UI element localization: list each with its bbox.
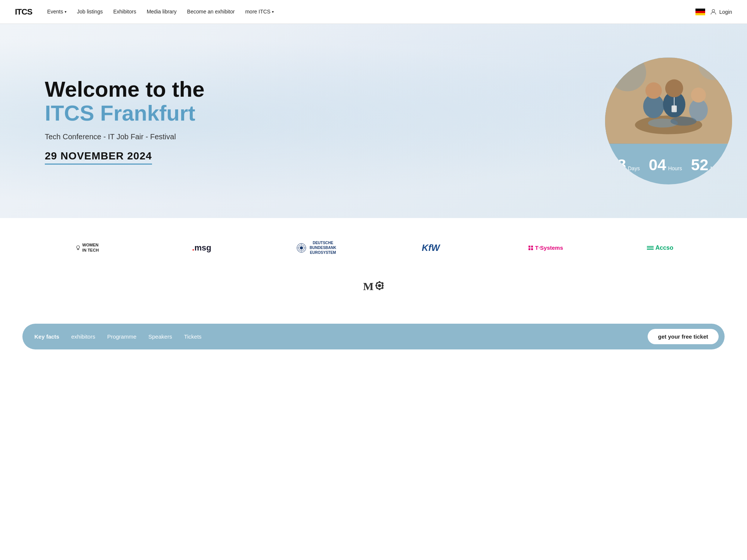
svg-point-18	[77, 246, 80, 249]
logo-kfw[interactable]: KfW	[374, 235, 488, 261]
hero-content: Welcome to the ITCS Frankfurt Tech Confe…	[0, 55, 590, 187]
bottom-nav-exhibitors[interactable]: exhibitors	[71, 333, 95, 340]
site-logo[interactable]: ITCS	[15, 7, 32, 17]
svg-point-9	[665, 80, 683, 97]
nav-job-listings[interactable]: Job listings	[77, 9, 103, 15]
svg-rect-29	[531, 246, 533, 248]
svg-rect-45	[381, 287, 384, 289]
logo-women-in-tech[interactable]: WOMENIN TECH	[30, 235, 145, 260]
svg-rect-2	[695, 13, 705, 15]
user-icon	[710, 8, 717, 16]
navbar: ITCS Events ▾ Job listings Exhibitors Me…	[0, 0, 747, 24]
hero-title-line2: ITCS Frankfurt	[45, 101, 568, 125]
svg-point-3	[712, 9, 715, 12]
women-icon	[75, 245, 81, 251]
svg-rect-33	[647, 248, 654, 248]
bottom-nav-speakers[interactable]: Speakers	[148, 333, 172, 340]
language-flag[interactable]	[695, 9, 705, 15]
bottom-nav-tickets[interactable]: Tickets	[184, 333, 202, 340]
svg-point-11	[691, 88, 706, 103]
event-photo	[605, 57, 732, 144]
hero-title-line1: Welcome to the	[45, 77, 568, 101]
sponsors-section: WOMENIN TECH .msg DEUTSCHEBU	[0, 218, 747, 270]
logo-bundesbank[interactable]: DEUTSCHEBUNDESBANKEUROSYSTEM	[259, 233, 374, 262]
svg-rect-39	[379, 288, 380, 290]
login-button[interactable]: Login	[710, 8, 732, 16]
nav-media-library[interactable]: Media library	[147, 9, 177, 15]
svg-rect-31	[531, 248, 533, 250]
svg-rect-32	[647, 246, 654, 247]
bottom-navigation-bar: Key facts exhibitors Programme Speakers …	[22, 324, 725, 349]
nav-right: Login	[695, 8, 732, 16]
get-free-ticket-button[interactable]: get your free ticket	[648, 329, 719, 344]
countdown-area: 68 Days 04 Hours 52 Minutes	[590, 43, 747, 199]
countdown-days: 68 Days	[605, 156, 644, 174]
accso-icon	[647, 245, 654, 251]
svg-rect-40	[375, 285, 377, 286]
hero-section: Welcome to the ITCS Frankfurt Tech Confe…	[0, 24, 747, 218]
nav-events[interactable]: Events ▾	[47, 9, 66, 15]
svg-text:M: M	[363, 280, 374, 292]
countdown-numbers: 68 Days 04 Hours 52 Minutes	[605, 156, 732, 174]
hero-date: 29 NOVEMBER 2024	[45, 150, 152, 165]
svg-rect-28	[529, 246, 530, 248]
countdown-circle: 68 Days 04 Hours 52 Minutes	[605, 57, 732, 184]
svg-rect-0	[695, 9, 705, 11]
svg-rect-30	[529, 248, 530, 250]
hero-subtitle: Tech Conference - IT Job Fair - Festival	[45, 133, 568, 141]
bottom-nav-links: Key facts exhibitors Programme Speakers …	[34, 333, 202, 340]
svg-rect-15	[672, 106, 677, 112]
tsystems-icon	[528, 245, 534, 251]
svg-point-7	[645, 83, 662, 99]
logos-row-2: M	[0, 270, 747, 316]
nav-more-itcs[interactable]: more ITCS ▾	[245, 9, 274, 15]
nav-become-exhibitor[interactable]: Become an exhibitor	[187, 9, 235, 15]
mo-logo-svg: M	[362, 277, 385, 294]
svg-point-13	[670, 117, 697, 126]
logo-msg[interactable]: .msg	[145, 236, 259, 260]
chevron-down-icon: ▾	[272, 10, 274, 14]
bottom-nav-programme[interactable]: Programme	[107, 333, 136, 340]
bottom-nav-key-facts[interactable]: Key facts	[34, 333, 59, 340]
nav-exhibitors[interactable]: Exhibitors	[113, 9, 136, 15]
bundesbank-icon	[296, 243, 307, 253]
svg-rect-43	[381, 282, 384, 284]
photo-illustration	[605, 57, 732, 144]
logo-mo[interactable]: M	[30, 270, 717, 301]
nav-links: Events ▾ Job listings Exhibitors Media l…	[47, 9, 695, 15]
svg-rect-34	[647, 249, 654, 250]
svg-rect-38	[379, 281, 380, 283]
svg-rect-41	[382, 285, 384, 286]
logos-row-1: WOMENIN TECH .msg DEUTSCHEBU	[30, 233, 717, 262]
svg-point-37	[378, 284, 381, 287]
svg-rect-1	[695, 11, 705, 13]
logo-tsystems[interactable]: T·Systems	[488, 237, 603, 258]
chevron-down-icon: ▾	[65, 10, 66, 14]
logo-accso[interactable]: Accso	[602, 237, 717, 259]
countdown-minutes: 52 Minutes	[686, 156, 732, 174]
countdown-hours: 04 Hours	[644, 156, 686, 174]
